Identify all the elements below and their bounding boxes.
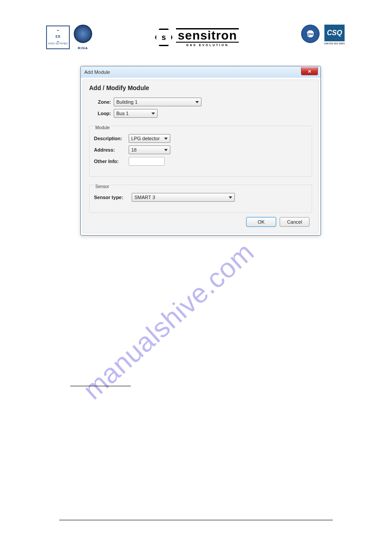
iqnet-logo: IQNet [300,25,320,50]
module-fieldset: Module Description: LPG detector Address… [89,126,312,177]
dialog-buttons: OK Cancel [89,213,312,228]
zone-label: Zone: [89,99,111,105]
close-button[interactable]: ✕ [301,67,318,75]
add-module-dialog: Add Module ✕ Add / Modify Module Zone: B… [80,66,321,236]
rina-circle-icon [74,25,92,43]
header-logos: εx ATEX NOTIFIED RINA s sensitron GAS EV… [46,24,346,51]
brand-subtitle: GAS EVOLUTION [186,44,229,47]
rina-logo: RINA [72,25,94,50]
atex-logo: εx ATEX NOTIFIED [46,25,70,49]
address-label: Address: [94,147,127,152]
footer-divider [59,520,333,520]
loop-value: Bus 1 [116,111,129,116]
hex-icon: εx [52,30,64,42]
sensor-type-row: Sensor type: SMART 3 [94,193,307,202]
loop-row: Loop: Bus 1 [89,109,312,118]
address-select[interactable]: 18 [129,145,170,154]
cancel-label: Cancel [287,219,302,225]
rina-label: RINA [78,46,88,50]
left-logo-group: εx ATEX NOTIFIED RINA [46,25,94,50]
cancel-button[interactable]: Cancel [280,217,309,227]
close-icon: ✕ [308,69,311,74]
description-select[interactable]: LPG detector [129,134,170,143]
sensor-type-select[interactable]: SMART 3 [132,193,235,202]
zone-row: Zone: Building 1 [89,98,312,106]
module-legend: Module [94,125,111,130]
zone-select[interactable]: Building 1 [114,98,201,106]
ok-label: OK [258,219,265,225]
other-info-input[interactable] [129,157,165,166]
ok-button[interactable]: OK [246,217,276,227]
other-info-row: Other Info: [94,157,307,166]
sensor-legend: Sensor [94,184,111,189]
dialog-body: Add / Modify Module Zone: Building 1 Loo… [83,80,319,233]
ex-symbol: εx [55,33,60,39]
brand-symbol: s [162,33,166,42]
dialog-title: Add / Modify Module [89,84,312,91]
dialog-titlebar[interactable]: Add Module ✕ [81,66,320,78]
other-info-label: Other Info: [94,159,127,164]
sensor-type-value: SMART 3 [134,195,155,200]
brand-name: sensitron [176,28,239,43]
csq-label: CSQ [327,29,342,37]
loop-label: Loop: [89,111,111,116]
csq-sublabel: UNI EN ISO 9001 [324,42,345,45]
loop-select[interactable]: Bus 1 [114,109,158,118]
description-row: Description: LPG detector [94,134,307,143]
window-title: Add Module [84,69,110,75]
atex-label: ATEX NOTIFIED [48,42,68,45]
address-value: 18 [131,147,137,152]
section-underline [70,386,131,386]
zone-value: Building 1 [116,99,137,105]
right-logo-group: IQNet CSQ UNI EN ISO 9001 [300,25,346,50]
csq-box-icon: CSQ [324,25,345,41]
watermark-text: manualshive.com [77,236,260,406]
sensor-fieldset: Sensor Sensor type: SMART 3 [89,185,312,213]
csq-logo: CSQ UNI EN ISO 9001 [323,25,346,50]
description-label: Description: [94,136,127,141]
description-value: LPG detector [131,136,160,141]
iqnet-circle-icon: IQNet [301,25,320,43]
sensor-type-label: Sensor type: [94,195,130,200]
iqnet-label: IQNet [306,32,315,36]
brand-text: sensitron GAS EVOLUTION [176,28,239,47]
brand-hex-icon: s [155,29,173,46]
address-row: Address: 18 [94,145,307,154]
sensitron-logo: s sensitron GAS EVOLUTION [155,28,239,47]
